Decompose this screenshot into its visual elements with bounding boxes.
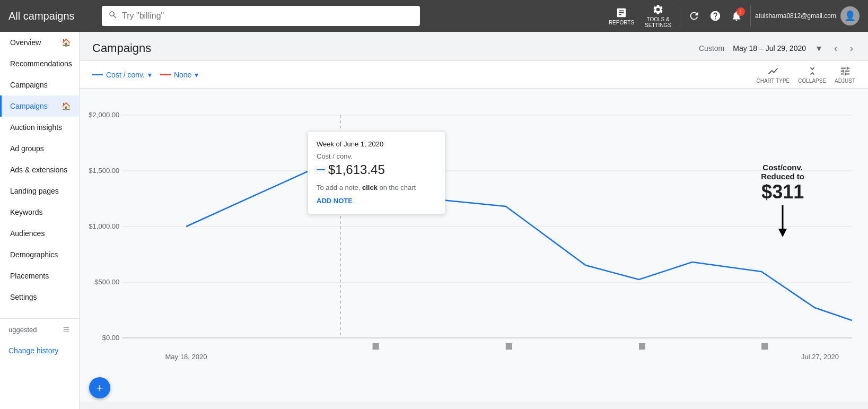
content-area: Campaigns Custom May 18 – Jul 29, 2020 ▾… (80, 32, 868, 409)
demographics-label: Demographics (10, 250, 58, 259)
refresh-button[interactable] (685, 6, 704, 25)
chart-svg: $2,000.00 $1,500.00 $1,000.00 $500.00 $0… (80, 89, 868, 402)
top-header: All campaigns REPORTS TOOLS &SETTINGS ! (0, 0, 868, 32)
metric1-dropdown-icon: ▾ (148, 71, 152, 79)
svg-text:May 18, 2020: May 18, 2020 (165, 353, 207, 361)
search-icon (108, 10, 118, 22)
svg-rect-16 (761, 343, 768, 350)
svg-rect-13 (373, 343, 379, 350)
svg-text:Jul 27, 2020: Jul 27, 2020 (801, 353, 839, 361)
svg-text:$1,000.00: $1,000.00 (89, 222, 119, 230)
metric1-label: Cost / conv. (106, 71, 145, 79)
avatar: 👤 (840, 6, 860, 25)
annotation-line1: Cost/conv. (761, 163, 804, 172)
chart-controls: Custom May 18 – Jul 29, 2020 ▾ ‹ › (699, 40, 855, 56)
annotation-line2: Reduced to (761, 172, 804, 181)
header-divider-2 (750, 5, 751, 27)
annotation-value: $311 (761, 181, 804, 203)
chart-area: $2,000.00 $1,500.00 $1,000.00 $500.00 $0… (80, 89, 868, 402)
suggested-section: uggested (0, 318, 79, 340)
search-input[interactable] (122, 11, 414, 21)
svg-text:$0.00: $0.00 (102, 334, 120, 342)
tooltip-note: To add a note, click on the chart (317, 184, 436, 192)
metric2-label: None (174, 71, 191, 79)
fab-button[interactable]: ＋ (89, 377, 110, 398)
date-prev-button[interactable]: ‹ (832, 41, 839, 56)
date-next-button[interactable]: › (848, 41, 855, 56)
main-layout: Overview 🏠 Recommendations Campaigns Cam… (0, 32, 868, 409)
sidebar-item-recommendations[interactable]: Recommendations (0, 53, 79, 74)
sidebar-item-campaigns[interactable]: Campaigns 🏠 (0, 95, 79, 117)
sidebar-item-placements[interactable]: Placements (0, 265, 79, 286)
auction-insights-label: Auction insights (10, 123, 62, 132)
campaigns-top-label: Campaigns (10, 81, 48, 89)
change-history-label: Change history (8, 346, 58, 355)
date-range-dropdown[interactable]: ▾ (814, 40, 823, 56)
chart-type-button[interactable]: CHART TYPE (756, 65, 790, 84)
metric2-dropdown-icon: ▾ (195, 71, 198, 79)
header-divider (680, 5, 680, 27)
sidebar-item-campaigns-top[interactable]: Campaigns (0, 74, 79, 95)
add-note-link[interactable]: ADD NOTE (317, 197, 353, 205)
tooltip-week: Week of June 1, 2020 (317, 140, 436, 148)
svg-text:$1,500.00: $1,500.00 (89, 167, 119, 175)
search-bar[interactable] (102, 6, 420, 26)
keywords-label: Keywords (10, 208, 42, 216)
tooltip-value: $1,613.45 (317, 162, 436, 177)
notification-button[interactable]: ! (727, 6, 746, 25)
recommendations-label: Recommendations (10, 59, 72, 68)
tooltip-metric: Cost / conv. (317, 152, 436, 160)
tooltip-value-text: $1,613.45 (328, 162, 385, 177)
adjust-label: ADJUST (835, 78, 855, 84)
metric2-line (160, 74, 171, 75)
sidebar-item-ads-extensions[interactable]: Ads & extensions (0, 159, 79, 180)
chart-tooltip: Week of June 1, 2020 Cost / conv. $1,613… (308, 131, 445, 214)
placements-label: Placements (10, 272, 49, 280)
app-title: All campaigns (8, 10, 93, 22)
audiences-label: Audiences (10, 229, 45, 238)
annotation-arrow (761, 205, 804, 237)
tooltip-line (317, 169, 325, 170)
chart-annotation: Cost/conv. Reduced to $311 (761, 163, 804, 237)
svg-text:$500.00: $500.00 (94, 278, 119, 286)
sidebar-item-ad-groups[interactable]: Ad groups (0, 138, 79, 159)
header-icons: REPORTS TOOLS &SETTINGS ! atulsharma0812… (604, 0, 860, 32)
sidebar-item-keywords[interactable]: Keywords (0, 202, 79, 223)
svg-text:$2,000.00: $2,000.00 (89, 111, 119, 119)
sidebar-item-change-history[interactable]: Change history (0, 340, 79, 361)
chart-toolbar: Cost / conv. ▾ None ▾ CHART TYPE COLLAPS… (80, 61, 868, 89)
collapse-label: COLLAPSE (798, 78, 826, 84)
user-email: atulsharma0812@gmail.com (755, 12, 836, 20)
ad-groups-label: Ad groups (10, 144, 44, 153)
sidebar-item-auction-insights[interactable]: Auction insights (0, 117, 79, 138)
chart-header: Campaigns Custom May 18 – Jul 29, 2020 ▾… (80, 32, 868, 61)
sidebar-item-demographics[interactable]: Demographics (0, 244, 79, 265)
ads-extensions-label: Ads & extensions (10, 166, 67, 174)
reports-button[interactable]: REPORTS (604, 3, 638, 30)
collapse-button[interactable]: COLLAPSE (798, 65, 826, 84)
settings-label: Settings (10, 293, 37, 301)
svg-rect-15 (639, 343, 645, 350)
suggested-label: uggested (8, 326, 37, 334)
help-button[interactable] (706, 6, 725, 25)
sidebar-item-overview[interactable]: Overview 🏠 (0, 32, 79, 53)
metric1-selector[interactable]: Cost / conv. ▾ (92, 71, 152, 79)
sidebar-item-settings[interactable]: Settings (0, 286, 79, 308)
adjust-button[interactable]: ADJUST (835, 65, 855, 84)
user-info[interactable]: atulsharma0812@gmail.com 👤 (755, 6, 860, 25)
sidebar: Overview 🏠 Recommendations Campaigns Cam… (0, 32, 80, 409)
campaigns-home-icon: 🏠 (62, 102, 71, 110)
date-range-value: May 18 – Jul 29, 2020 (733, 44, 806, 53)
svg-marker-20 (778, 229, 787, 237)
tools-settings-label: TOOLS &SETTINGS (645, 16, 671, 28)
sidebar-item-audiences[interactable]: Audiences (0, 223, 79, 244)
landing-pages-label: Landing pages (10, 187, 59, 195)
home-icon: 🏠 (62, 38, 71, 47)
sidebar-item-landing-pages[interactable]: Landing pages (0, 180, 79, 202)
campaigns-label: Campaigns (10, 102, 48, 110)
metric2-selector[interactable]: None ▾ (160, 71, 198, 79)
date-range-label: Custom (699, 44, 724, 53)
overview-label: Overview (10, 38, 41, 47)
reports-label: REPORTS (609, 20, 634, 25)
tools-settings-button[interactable]: TOOLS &SETTINGS (641, 0, 676, 32)
